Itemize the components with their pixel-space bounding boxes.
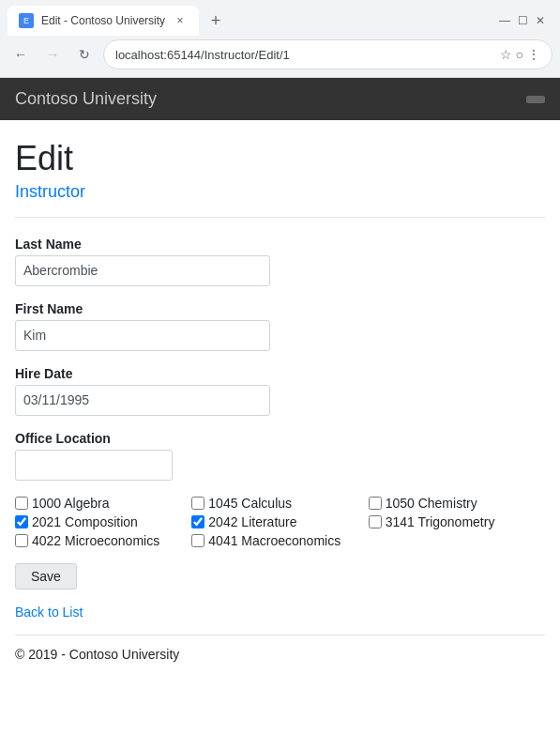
page-content: Edit Instructor Last Name First Name Hir… [0, 120, 560, 696]
first-name-input[interactable] [15, 320, 270, 351]
last-name-group: Last Name [15, 237, 545, 286]
list-item: 1050 Chemistry [369, 496, 545, 511]
minimize-button[interactable]: — [499, 15, 510, 26]
course-label-4022: 4022 Microeconomics [32, 533, 159, 548]
office-location-input[interactable] [15, 450, 173, 481]
save-button[interactable]: Save [15, 563, 77, 590]
list-item: 4041 Macroeconomics [191, 533, 368, 548]
address-bar: ← → ↻ localhost:65144/Instructor/Edit/1 … [0, 36, 560, 77]
tab-close-button[interactable]: × [173, 13, 188, 28]
bookmark-icon[interactable]: ☆ [500, 47, 512, 62]
footer-copyright: © 2019 - Contoso University [15, 647, 545, 677]
course-checkbox-1050[interactable] [369, 497, 382, 510]
url-text: localhost:65144/Instructor/Edit/1 [115, 48, 494, 62]
course-label-1000: 1000 Algebra [32, 496, 110, 511]
window-controls: — ☐ ✕ [499, 15, 552, 26]
hire-date-label: Hire Date [15, 366, 545, 381]
course-label-3141: 3141 Trigonometry [386, 514, 495, 529]
last-name-label: Last Name [15, 237, 545, 252]
list-item: 1000 Algebra [15, 496, 191, 511]
course-checkbox-2021[interactable] [15, 515, 28, 528]
hire-date-input[interactable] [15, 385, 270, 416]
course-checkbox-2042[interactable] [191, 515, 204, 528]
refresh-button[interactable]: ↻ [71, 41, 98, 68]
forward-button[interactable]: → [39, 41, 66, 68]
footer-divider [15, 635, 545, 635]
account-icon[interactable]: ○ [516, 47, 523, 62]
tab-title: Edit - Contoso University [41, 14, 165, 27]
course-checkbox-4022[interactable] [15, 534, 28, 547]
header-button[interactable] [526, 96, 545, 103]
hire-date-group: Hire Date [15, 366, 545, 416]
close-button[interactable]: ✕ [536, 15, 545, 26]
course-label-1050: 1050 Chemistry [386, 496, 477, 511]
course-checkbox-1045[interactable] [191, 497, 204, 510]
course-label-2042: 2042 Literature [208, 514, 296, 529]
list-item: 3141 Trigonometry [369, 514, 545, 529]
list-item: 2042 Literature [191, 514, 368, 529]
list-item: 1045 Calculus [191, 496, 368, 511]
office-location-label: Office Location [15, 431, 545, 446]
new-tab-button[interactable]: + [203, 8, 229, 34]
course-label-4041: 4041 Macroeconomics [208, 533, 341, 548]
tab-favicon: E [19, 13, 34, 28]
courses-grid: 1000 Algebra1045 Calculus1050 Chemistry2… [15, 496, 545, 548]
browser-tab[interactable]: E Edit - Contoso University × [8, 6, 199, 36]
last-name-input[interactable] [15, 255, 270, 286]
page-title: Edit [15, 139, 545, 178]
title-bar: E Edit - Contoso University × + — ☐ ✕ [0, 0, 560, 36]
app-header: Contoso University [0, 78, 560, 120]
back-to-list-link[interactable]: Back to List [15, 605, 545, 620]
list-item: 4022 Microeconomics [15, 533, 191, 548]
url-bar[interactable]: localhost:65144/Instructor/Edit/1 ☆ ○ ⋮ [103, 39, 552, 69]
office-location-group: Office Location [15, 431, 545, 481]
maximize-button[interactable]: ☐ [518, 15, 528, 26]
first-name-group: First Name [15, 301, 545, 351]
course-label-1045: 1045 Calculus [208, 496, 292, 511]
course-label-2021: 2021 Composition [32, 514, 138, 529]
back-button[interactable]: ← [8, 41, 34, 68]
list-item: 2021 Composition [15, 514, 191, 529]
top-divider [15, 217, 545, 218]
app-title: Contoso University [15, 89, 157, 109]
browser-chrome: E Edit - Contoso University × + — ☐ ✕ ← … [0, 0, 560, 78]
first-name-label: First Name [15, 301, 545, 316]
url-icons: ☆ ○ ⋮ [500, 47, 540, 62]
course-checkbox-4041[interactable] [191, 534, 204, 547]
course-checkbox-3141[interactable] [369, 515, 382, 528]
course-checkbox-1000[interactable] [15, 497, 28, 510]
menu-icon[interactable]: ⋮ [527, 47, 540, 62]
page-subheading: Instructor [15, 182, 545, 202]
